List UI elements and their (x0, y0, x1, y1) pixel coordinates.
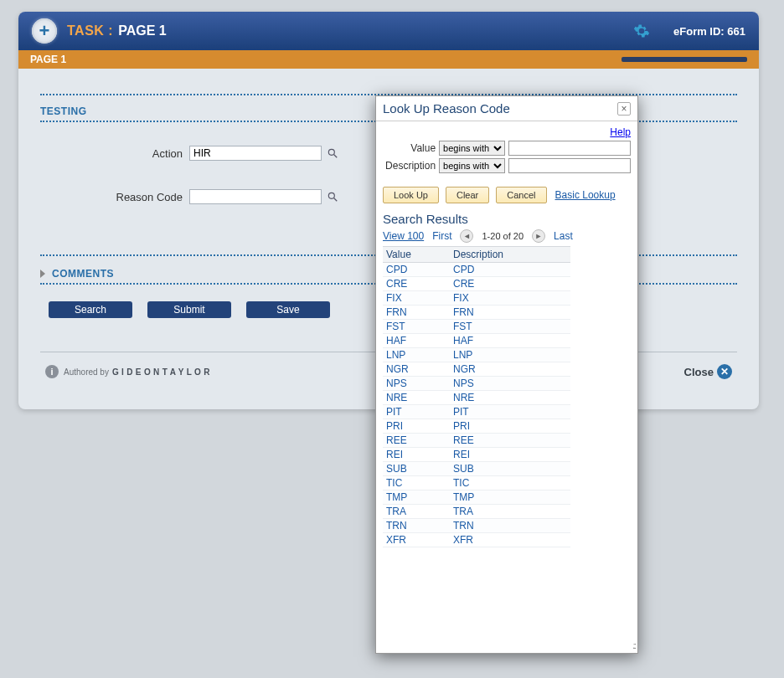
result-value-link[interactable]: PIT (386, 406, 402, 418)
result-desc-link[interactable]: XFR (453, 534, 473, 546)
submit-button[interactable]: Submit (147, 301, 231, 318)
gear-icon[interactable] (633, 23, 650, 39)
value-operator-select[interactable]: begins with (439, 141, 505, 156)
table-row: PITPIT (383, 405, 570, 419)
result-value-link[interactable]: SUB (386, 463, 407, 475)
result-value-link[interactable]: NRE (386, 392, 407, 403)
result-desc-link[interactable]: CPD (453, 264, 474, 275)
chevron-right-icon (40, 270, 45, 278)
result-value-link[interactable]: CPD (386, 264, 407, 275)
table-row: XFRXFR (383, 533, 570, 547)
result-value-link[interactable]: REE (386, 434, 407, 446)
result-desc-link[interactable]: HAF (453, 335, 473, 347)
result-desc-link[interactable]: SUB (453, 463, 474, 475)
reason-input[interactable] (189, 189, 322, 204)
action-lookup-icon[interactable] (327, 147, 338, 159)
next-arrow-icon[interactable]: ► (532, 229, 545, 243)
result-desc-link[interactable]: TMP (453, 491, 474, 503)
results-table: Value Description CPDCPDCRECREFIXFIXFRNF… (383, 246, 570, 547)
desc-search-row: Description begins with (383, 158, 631, 173)
table-row: FRNFRN (383, 306, 570, 320)
result-value-link[interactable]: HAF (386, 335, 406, 347)
view-100-link[interactable]: View 100 (383, 230, 424, 242)
page-label-orange: PAGE 1 (30, 54, 66, 65)
value-label: Value (383, 142, 436, 154)
result-desc-link[interactable]: PRI (453, 420, 470, 432)
result-desc-link[interactable]: NPS (453, 378, 474, 389)
table-row: CPDCPD (383, 263, 570, 277)
result-value-link[interactable]: LNP (386, 349, 405, 361)
result-value-link[interactable]: NPS (386, 378, 407, 389)
result-desc-link[interactable]: TRA (453, 506, 473, 517)
task-label: TASK : (67, 23, 113, 39)
value-search-input[interactable] (508, 141, 631, 156)
result-desc-link[interactable]: LNP (453, 349, 472, 361)
desc-label: Description (383, 160, 436, 172)
result-desc-link[interactable]: TRN (453, 520, 474, 532)
last-link[interactable]: Last (554, 230, 573, 242)
col-desc[interactable]: Description (450, 247, 570, 263)
prev-arrow-icon[interactable]: ◄ (460, 229, 473, 243)
reason-lookup-icon[interactable] (327, 191, 338, 203)
result-desc-link[interactable]: PIT (453, 406, 469, 418)
result-desc-link[interactable]: FRN (453, 306, 474, 318)
result-value-link[interactable]: FIX (386, 292, 402, 304)
action-input[interactable] (189, 146, 322, 161)
lookup-button[interactable]: Look Up (383, 187, 439, 203)
brand-label: G I D E O N T A Y L O R (112, 367, 210, 377)
result-desc-link[interactable]: REI (453, 449, 470, 460)
result-value-link[interactable]: TRN (386, 520, 407, 532)
result-value-link[interactable]: FRN (386, 306, 407, 318)
table-row: TRNTRN (383, 519, 570, 533)
help-link[interactable]: Help (610, 126, 631, 138)
result-value-link[interactable]: XFR (386, 534, 406, 546)
page-label: PAGE 1 (118, 23, 167, 39)
table-row: NPSNPS (383, 377, 570, 391)
svg-line-1 (334, 155, 338, 158)
desc-search-input[interactable] (508, 158, 631, 173)
search-button[interactable]: Search (49, 301, 132, 318)
table-row: FIXFIX (383, 291, 570, 306)
table-row: TMPTMP (383, 491, 570, 505)
result-value-link[interactable]: FST (386, 321, 405, 332)
result-desc-link[interactable]: FIX (453, 292, 469, 304)
plus-icon[interactable]: + (32, 18, 57, 44)
table-row: FSTFST (383, 320, 570, 334)
close-button[interactable]: Close ✕ (684, 364, 732, 379)
result-value-link[interactable]: REI (386, 449, 403, 460)
table-row: TRATRA (383, 505, 570, 519)
result-value-link[interactable]: TRA (386, 506, 406, 517)
eform-id: eForm ID: 661 (673, 25, 745, 38)
basic-lookup-link[interactable]: Basic Lookup (555, 189, 616, 201)
resize-grip[interactable]: .:.: (632, 641, 635, 650)
result-desc-link[interactable]: NGR (453, 363, 476, 375)
result-desc-link[interactable]: CRE (453, 278, 474, 290)
modal-close-icon[interactable]: × (617, 102, 631, 116)
result-desc-link[interactable]: REE (453, 434, 474, 446)
clear-button[interactable]: Clear (446, 187, 489, 203)
result-value-link[interactable]: NGR (386, 363, 409, 375)
modal-body: Help Value begins with Description begin… (376, 121, 637, 653)
table-row: NRENRE (383, 391, 570, 405)
cancel-button[interactable]: Cancel (496, 187, 546, 203)
result-desc-link[interactable]: TIC (453, 477, 469, 489)
result-value-link[interactable]: CRE (386, 278, 407, 290)
result-value-link[interactable]: PRI (386, 420, 403, 432)
desc-operator-select[interactable]: begins with (439, 158, 505, 173)
svg-point-2 (328, 193, 334, 198)
table-row: TICTIC (383, 476, 570, 491)
table-row: LNPLNP (383, 348, 570, 362)
result-desc-link[interactable]: FST (453, 321, 472, 332)
progress-bar (622, 57, 747, 62)
result-value-link[interactable]: TIC (386, 477, 402, 489)
results-nav: View 100 First ◄ 1-20 of 20 ► Last (383, 229, 631, 243)
info-icon[interactable]: i (45, 365, 59, 378)
svg-point-0 (328, 149, 334, 155)
table-row: HAFHAF (383, 334, 570, 348)
save-button[interactable]: Save (246, 301, 330, 318)
first-link[interactable]: First (432, 230, 451, 242)
result-value-link[interactable]: TMP (386, 491, 407, 503)
col-value[interactable]: Value (383, 247, 450, 263)
header-bar: + TASK : PAGE 1 eForm ID: 661 (18, 12, 759, 50)
result-desc-link[interactable]: NRE (453, 392, 474, 403)
